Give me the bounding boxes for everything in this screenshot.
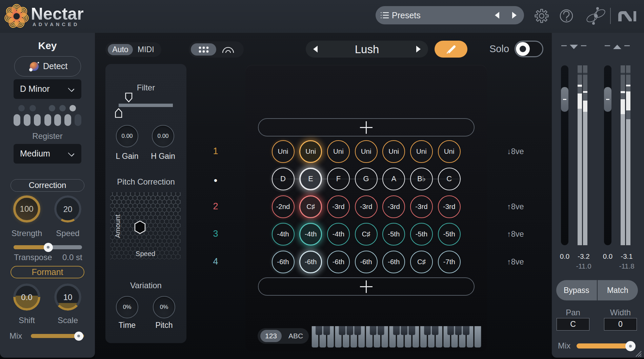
svg-text:10: 10 (63, 293, 73, 302)
svg-text:20: 20 (63, 205, 73, 214)
svg-text:0.0: 0.0 (21, 293, 32, 302)
